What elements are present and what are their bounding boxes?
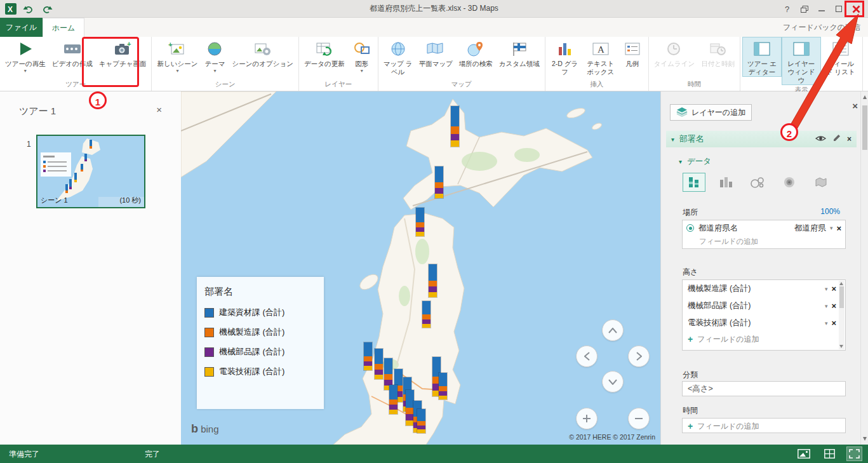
undo-button[interactable] (20, 4, 36, 13)
scroll-down-icon[interactable] (863, 437, 867, 441)
new-scene-button[interactable]: + 新しいシーン ▾ (154, 37, 201, 74)
map-column-bar[interactable] (375, 349, 383, 379)
chart-2d-button[interactable]: 2-D グラフ (547, 37, 583, 76)
group-label-scene: シーン (154, 79, 296, 91)
height-box-scrollbar[interactable] (839, 281, 845, 349)
location-add-field-link[interactable]: フィールドの追加 (683, 236, 845, 248)
shapes-button[interactable]: 図形 ▾ (348, 37, 376, 74)
scroll-up-icon[interactable] (839, 282, 843, 285)
scroll-down-icon[interactable] (839, 345, 843, 348)
location-geotype[interactable]: 都道府県 (794, 223, 826, 234)
redo-button[interactable] (39, 4, 55, 13)
legend-label: 建築資材課 (合計) (219, 307, 284, 318)
capture-image-icon[interactable] (796, 447, 812, 460)
timeline-button: タイムライン (651, 37, 698, 68)
minimize-button[interactable] (813, 1, 830, 17)
height-add-field-link[interactable]: + フィールドの追加 (683, 332, 845, 347)
map-column-bar[interactable] (389, 385, 397, 414)
titlebar: X 都道府県別売上一覧表.xlsx - 3D Maps ? (0, 0, 868, 18)
scene-thumbnail[interactable]: シーン 1 (10 秒) (36, 135, 145, 208)
map-column-bar[interactable] (422, 301, 431, 328)
pan-left-button[interactable] (576, 346, 598, 367)
theme-button[interactable]: テーマ ▾ (201, 37, 229, 74)
viz-bubble-icon[interactable] (746, 173, 769, 192)
radio-selected-icon[interactable] (686, 224, 694, 232)
legend-swatch (204, 328, 214, 337)
capture-screen-button[interactable]: + キャプチャ画面 (96, 37, 150, 68)
height-field-name: 電装技術課 (合計) (688, 318, 824, 328)
create-video-label: ビデオの作成 (52, 60, 93, 68)
map-column-bar[interactable] (435, 166, 443, 198)
map-column-bar[interactable] (451, 106, 459, 147)
create-video-button[interactable]: ビデオの作成 (49, 37, 96, 68)
layer-pane-toggle-button[interactable]: レイヤー ウィンドウ (782, 37, 821, 85)
viz-region-icon[interactable] (810, 173, 832, 192)
send-feedback-link[interactable]: フィードバックの送信 (783, 18, 860, 37)
play-tour-button[interactable]: ツアーの再生 ▾ (2, 37, 49, 74)
scrollbar-thumb[interactable] (839, 286, 844, 308)
category-field-box[interactable]: <高さ> (682, 381, 846, 396)
layer-visibility-icon[interactable] (815, 135, 826, 144)
map-column-bar[interactable] (364, 342, 372, 370)
dropdown-arrow-icon[interactable]: ▾ (825, 303, 828, 309)
pan-up-button[interactable] (602, 319, 624, 341)
viz-clustered-column-icon[interactable] (714, 173, 737, 192)
find-location-button[interactable]: 場所の検索 (456, 37, 496, 68)
map-canvas[interactable]: 部署名 建築資材課 (合計) 機械製造課 (合計) 機械部品課 (合計) 電装技… (181, 91, 660, 445)
remove-height-field-button[interactable]: × (831, 301, 836, 311)
scene-options-button[interactable]: シーンのオプション (229, 37, 296, 68)
grid-view-icon[interactable] (822, 447, 837, 460)
flat-map-button[interactable]: 平面マップ (416, 37, 456, 68)
map-column-bar[interactable] (429, 264, 437, 297)
map-column-bar[interactable] (439, 373, 447, 399)
field-list-toggle-button[interactable]: フィールド リスト (821, 37, 860, 76)
scroll-up-icon[interactable] (863, 95, 867, 99)
close-button[interactable] (847, 1, 865, 17)
collapse-arrow-icon[interactable]: ▾ (671, 136, 674, 143)
layer-rename-icon[interactable] (832, 134, 841, 144)
pan-down-button[interactable] (602, 371, 624, 393)
fullscreen-icon[interactable] (847, 447, 862, 460)
zoom-in-button[interactable] (576, 408, 598, 429)
tour-panel-close-button[interactable]: × (156, 104, 162, 115)
location-percent[interactable]: 100% (820, 207, 840, 216)
excel-logo-icon: X (5, 3, 17, 15)
remove-height-field-button[interactable]: × (831, 284, 836, 293)
legend-button[interactable]: 凡例 (618, 37, 646, 68)
viz-stacked-column-icon[interactable] (683, 173, 705, 192)
text-box-label: テキスト ボックス (586, 60, 615, 76)
map-legend[interactable]: 部署名 建築資材課 (合計) 機械製造課 (合計) 機械部品課 (合計) 電装技… (197, 277, 324, 409)
help-button[interactable]: ? (778, 1, 796, 17)
restore-window-button[interactable] (796, 1, 813, 17)
map-labels-button[interactable]: マップ ラベル (380, 37, 416, 76)
dropdown-arrow-icon[interactable]: ▾ (825, 320, 828, 326)
add-layer-button[interactable]: レイヤーの追加 (670, 104, 752, 121)
tour-editor-toggle-button[interactable]: ツアー エディター (742, 37, 782, 77)
svg-text:A: A (598, 44, 604, 55)
map-column-bar[interactable] (417, 409, 425, 433)
layer-delete-button[interactable]: × (847, 135, 851, 144)
legend-label: 凡例 (625, 60, 639, 68)
scrollbar-thumb[interactable] (862, 105, 867, 150)
legend-label: 機械製造課 (合計) (219, 326, 284, 338)
dropdown-arrow-icon[interactable]: ▾ (825, 286, 828, 292)
custom-regions-button[interactable]: カスタム領域 (496, 37, 543, 68)
dropdown-arrow-icon[interactable]: ▾ (830, 225, 833, 231)
tab-home[interactable]: ホーム (43, 18, 84, 37)
remove-location-field-button[interactable]: × (836, 224, 841, 233)
layer-pane-close-button[interactable]: × (852, 100, 858, 111)
maximize-button[interactable] (830, 1, 847, 17)
map-column-bar[interactable] (416, 208, 424, 236)
remove-height-field-button[interactable]: × (831, 318, 836, 328)
pan-right-button[interactable] (628, 346, 650, 367)
viz-heatmap-icon[interactable] (778, 173, 801, 192)
data-section-header[interactable]: ▾ データ (679, 156, 711, 167)
layer-pane-scrollbar[interactable] (860, 91, 868, 445)
text-box-button[interactable]: A テキスト ボックス (583, 37, 618, 76)
dropdown-arrow-icon: ▾ (176, 69, 178, 74)
tab-file[interactable]: ファイル (0, 18, 43, 37)
time-add-field-link[interactable]: + フィールドの追加 (683, 419, 845, 434)
zoom-out-button[interactable] (628, 408, 650, 429)
layer-header[interactable]: ▾ 部署名 × (666, 131, 857, 147)
refresh-data-button[interactable]: データの更新 (301, 37, 348, 68)
